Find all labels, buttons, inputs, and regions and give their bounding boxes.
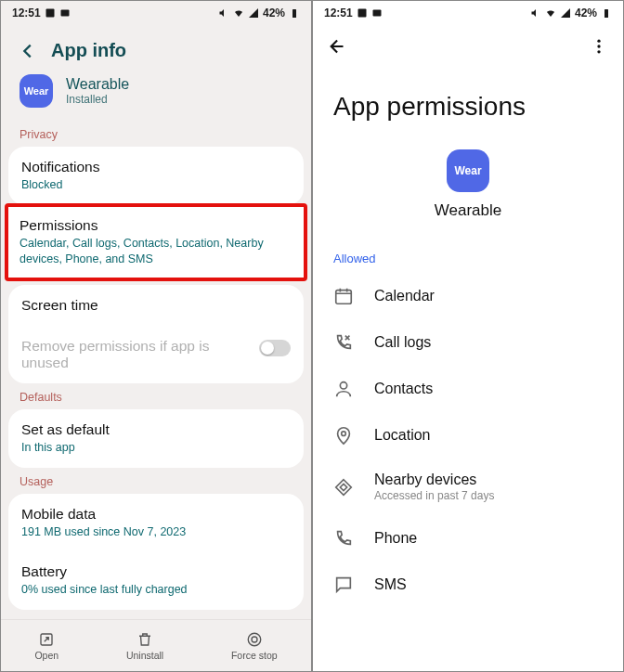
allowed-label: Allowed: [313, 252, 623, 273]
svg-rect-0: [46, 9, 54, 18]
svg-point-11: [597, 50, 600, 53]
svg-rect-6: [358, 9, 366, 18]
header: App info: [1, 25, 311, 71]
set-default-row[interactable]: Set as default In this app: [8, 409, 304, 468]
bottom-action-bar: Open Uninstall Force stop: [1, 619, 311, 671]
notifications-row[interactable]: Notifications Blocked: [8, 147, 304, 205]
app-name: Wearable: [66, 76, 129, 93]
more-icon[interactable]: [590, 37, 608, 56]
battery-percent: 42%: [263, 6, 285, 19]
open-button[interactable]: Open: [34, 631, 58, 661]
trash-icon: [136, 631, 153, 648]
svg-point-9: [597, 40, 600, 43]
signal-icon: [248, 7, 259, 19]
section-usage: Usage: [1, 468, 311, 494]
section-privacy: Privacy: [1, 121, 311, 147]
perm-calllogs[interactable]: Call logs: [313, 319, 623, 366]
card-icon: [59, 7, 71, 19]
signal-icon: [560, 7, 571, 19]
svg-point-14: [342, 432, 346, 436]
image-icon: [357, 7, 368, 19]
calendar-icon: [333, 286, 354, 306]
mute-icon: [218, 7, 229, 19]
image-icon: [45, 7, 56, 19]
svg-point-13: [340, 382, 346, 389]
perm-nearby[interactable]: Nearby devices Accessed in past 7 days: [313, 459, 623, 515]
uninstall-button[interactable]: Uninstall: [126, 631, 163, 661]
status-bar: 12:51 42%: [1, 1, 311, 25]
back-icon[interactable]: [328, 36, 348, 57]
perm-sms[interactable]: SMS: [313, 562, 623, 608]
force-stop-button[interactable]: Force stop: [231, 631, 278, 661]
perm-contacts[interactable]: Contacts: [313, 366, 623, 412]
back-icon[interactable]: [18, 41, 38, 61]
battery-row[interactable]: Battery 0% used since last fully charged: [8, 551, 304, 610]
wear-app-icon: Wear: [447, 149, 489, 192]
screentime-row[interactable]: Screen time: [8, 285, 304, 326]
svg-rect-7: [372, 10, 381, 17]
svg-rect-2: [292, 9, 296, 18]
section-defaults: Defaults: [1, 383, 311, 409]
remove-perms-toggle[interactable]: [259, 340, 291, 356]
svg-rect-1: [60, 10, 69, 17]
wifi-icon: [545, 7, 556, 19]
app-identity[interactable]: Wear Wearable Installed: [1, 71, 311, 121]
nearby-icon: [333, 477, 354, 498]
clock: 12:51: [324, 6, 353, 19]
remove-perms-row[interactable]: Remove permissions if app is unused: [8, 326, 304, 383]
app-permissions-screen: 12:51 42% App permissions Wear Wearable …: [312, 0, 624, 672]
app-identity: Wear Wearable: [313, 149, 623, 220]
mobile-data-row[interactable]: Mobile data 191 MB used since Nov 7, 202…: [8, 494, 304, 552]
app-info-screen: 12:51 42% App info Wear Wearable Install…: [0, 0, 312, 672]
permissions-highlight: Permissions Calendar, Call logs, Contact…: [5, 203, 307, 281]
perm-location[interactable]: Location: [313, 412, 623, 459]
page-title: App info: [51, 40, 126, 61]
stop-icon: [246, 631, 263, 648]
phone-icon: [333, 528, 354, 549]
defaults-card: Set as default In this app: [8, 409, 304, 468]
svg-point-4: [248, 633, 261, 646]
svg-point-10: [597, 45, 600, 47]
battery-icon: [289, 7, 300, 19]
svg-point-5: [252, 637, 257, 642]
mute-icon: [530, 7, 541, 19]
perm-calendar[interactable]: Calendar: [313, 273, 623, 319]
privacy-card: Notifications Blocked: [8, 147, 304, 205]
header: [313, 25, 623, 68]
contacts-icon: [333, 379, 354, 399]
privacy-card-2: Screen time Remove permissions if app is…: [8, 285, 304, 383]
clock: 12:51: [12, 6, 41, 19]
svg-rect-12: [336, 291, 352, 304]
svg-rect-8: [604, 9, 608, 18]
permissions-row[interactable]: Permissions Calendar, Call logs, Contact…: [8, 207, 304, 278]
battery-icon: [601, 7, 612, 19]
app-name: Wearable: [435, 201, 501, 220]
location-icon: [333, 425, 354, 446]
open-icon: [38, 631, 55, 648]
usage-card: Mobile data 191 MB used since Nov 7, 202…: [8, 494, 304, 611]
battery-percent: 42%: [575, 6, 597, 19]
status-bar: 12:51 42%: [313, 1, 623, 25]
card-icon: [371, 7, 383, 19]
app-status: Installed: [66, 93, 129, 106]
perm-phone[interactable]: Phone: [313, 515, 623, 562]
sms-icon: [333, 575, 354, 595]
page-title: App permissions: [313, 68, 623, 149]
wear-app-icon: Wear: [20, 74, 53, 108]
calllogs-icon: [333, 332, 354, 353]
wifi-icon: [233, 7, 244, 19]
